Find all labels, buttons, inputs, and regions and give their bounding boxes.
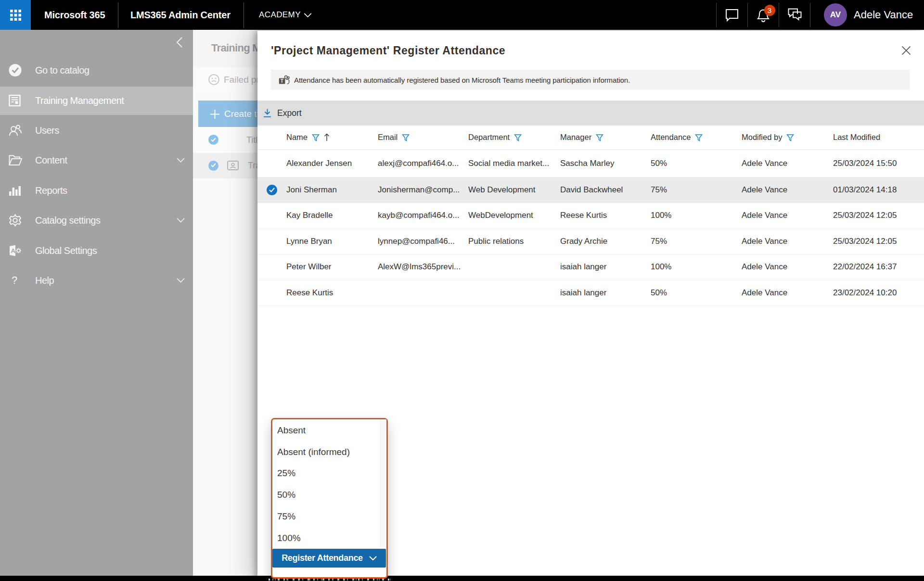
svg-text:T: T — [281, 78, 283, 84]
svg-text:A: A — [11, 247, 16, 254]
